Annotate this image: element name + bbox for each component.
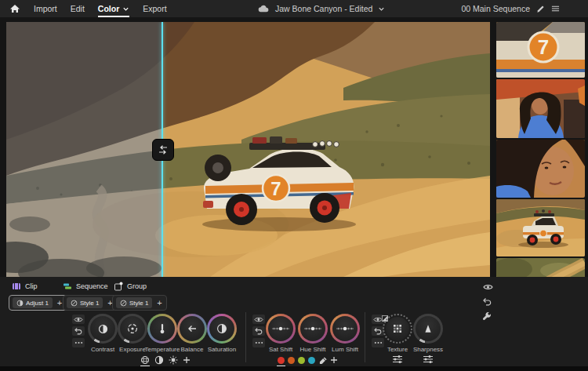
- home-icon[interactable]: [9, 3, 20, 14]
- balance-wheel[interactable]: [177, 314, 207, 344]
- app-window: Import Edit Color Export Jaw Bone Canyon…: [0, 0, 588, 371]
- exposure-wheel[interactable]: [118, 314, 147, 344]
- contrast-mode-icon[interactable]: [154, 355, 164, 365]
- sharpness-settings-icon[interactable]: [423, 355, 434, 364]
- split-arrows-icon: [157, 144, 169, 155]
- panel-settings-wrench-icon[interactable]: [482, 311, 492, 321]
- aperture-icon: [127, 323, 138, 334]
- group-divider: [365, 312, 365, 362]
- adjust-layer-label: Adjust 1: [26, 300, 49, 307]
- swatch-cyan[interactable]: [308, 357, 315, 364]
- sequence-icon: [63, 282, 72, 291]
- shift-slider-icon: [303, 325, 322, 333]
- thermometer-icon: [157, 323, 168, 334]
- project-title: Jaw Bone Canyon - Edited: [275, 4, 372, 13]
- color-panel: Clip Sequence Group Adjust 1 + Style 1 +: [0, 277, 588, 366]
- eyedropper-icon[interactable]: [319, 356, 328, 365]
- basic-visibility-toggle[interactable]: [72, 315, 85, 324]
- contrast-icon: [98, 324, 108, 334]
- tab-clip-label: Clip: [25, 282, 38, 290]
- temperature-wheel[interactable]: [147, 314, 177, 344]
- chevron-down-icon: [378, 5, 385, 13]
- hue-shift-wheel[interactable]: [298, 314, 328, 344]
- saturation-icon: [216, 323, 227, 334]
- window-bottom-edge: [0, 366, 588, 371]
- saturation-wheel[interactable]: [207, 314, 237, 344]
- light-mode-icon[interactable]: [169, 355, 178, 365]
- style-icon: [120, 300, 127, 307]
- adjust-layer-chip[interactable]: Adjust 1: [13, 297, 53, 308]
- texture-wheel[interactable]: [383, 314, 412, 344]
- chevron-down-icon: [122, 5, 129, 13]
- add-mode-icon[interactable]: [183, 355, 191, 364]
- texture-icon: [392, 323, 403, 334]
- after-grade-view: [162, 22, 490, 277]
- wheels-mode-icon[interactable]: [140, 355, 150, 365]
- clip-thumbnail-car-side[interactable]: [496, 199, 585, 256]
- sharpness-wheel[interactable]: [413, 314, 443, 344]
- ellipsis-icon: [74, 341, 83, 344]
- menu-import-label: Import: [34, 4, 57, 13]
- texture-settings-icon[interactable]: [392, 355, 403, 364]
- group-style-label: Style 1: [129, 300, 148, 307]
- sequence-style-chip[interactable]: Style 1: [67, 297, 103, 308]
- menu-color-label: Color: [98, 4, 119, 13]
- split-divider-handle[interactable]: [152, 139, 174, 161]
- arrow-left-icon: [187, 323, 198, 334]
- clip-thumbnail-face[interactable]: [496, 140, 585, 198]
- swatch-red[interactable]: [278, 357, 285, 364]
- sequence-name: 00 Main Sequence: [461, 4, 530, 13]
- shift-slider-icon: [336, 325, 354, 333]
- group-icon: [114, 282, 123, 291]
- wheel-label: Sharpness: [405, 346, 452, 353]
- group-style-chip[interactable]: Style 1: [116, 297, 152, 308]
- clip-thumbnail-driver[interactable]: [496, 79, 585, 138]
- undo-icon: [74, 327, 83, 335]
- contrast-wheel[interactable]: [88, 314, 118, 344]
- cloud-icon: [258, 5, 270, 13]
- menu-edit-label: Edit: [71, 4, 85, 13]
- project-title-dropdown[interactable]: Jaw Bone Canyon - Edited: [258, 0, 385, 17]
- thumb-car-number: 7: [538, 35, 549, 59]
- ellipsis-icon: [374, 341, 383, 344]
- menu-color[interactable]: Color: [98, 0, 129, 17]
- lum-shift-wheel[interactable]: [330, 314, 360, 344]
- swatch-green[interactable]: [298, 357, 305, 364]
- adjust-icon: [16, 300, 24, 307]
- menu-edit[interactable]: Edit: [71, 0, 85, 17]
- edit-pencil-icon[interactable]: [536, 5, 545, 13]
- sequence-menu-icon[interactable]: [551, 5, 560, 13]
- group-divider: [245, 312, 246, 362]
- tab-group-label: Group: [127, 282, 147, 290]
- panel-reset-button[interactable]: [483, 297, 492, 306]
- menu-import[interactable]: Import: [34, 0, 57, 17]
- before-grade-view: [6, 22, 162, 277]
- undo-icon: [374, 327, 383, 335]
- sat-shift-wheel[interactable]: [266, 314, 296, 344]
- panel-visibility-toggle[interactable]: [483, 283, 493, 291]
- undo-icon: [255, 327, 263, 335]
- sequence-preset-group: Style 1 +: [63, 295, 118, 311]
- program-monitor: [6, 22, 490, 277]
- eye-icon: [254, 316, 263, 323]
- style-icon: [71, 300, 78, 307]
- wheel-label: Lum Shift: [321, 346, 368, 353]
- eye-icon: [74, 316, 83, 323]
- add-group-style-button[interactable]: +: [155, 299, 163, 307]
- tab-clip[interactable]: Clip: [12, 282, 38, 291]
- ellipsis-icon: [255, 341, 263, 344]
- tab-sequence-label: Sequence: [76, 282, 108, 290]
- sequence-style-label: Style 1: [80, 300, 99, 307]
- wheel-label: Saturation: [198, 346, 245, 353]
- hsl-reset-button[interactable]: [252, 326, 265, 336]
- clip-thumbnail-car-door[interactable]: 7: [496, 22, 585, 78]
- tab-group[interactable]: Group: [114, 282, 147, 291]
- add-swatch-icon[interactable]: [330, 355, 338, 364]
- shift-slider-icon: [271, 325, 290, 333]
- clip-preset-group: Adjust 1 +: [9, 295, 67, 311]
- tab-sequence[interactable]: Sequence: [63, 282, 108, 291]
- basic-reset-button[interactable]: [72, 326, 85, 336]
- menu-export[interactable]: Export: [143, 0, 166, 17]
- swatch-orange[interactable]: [288, 357, 295, 364]
- hsl-visibility-toggle[interactable]: [252, 315, 265, 324]
